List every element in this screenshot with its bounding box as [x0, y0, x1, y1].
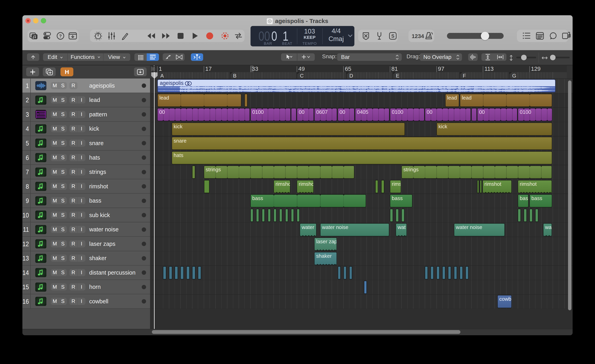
svg-text:S: S: [391, 33, 394, 39]
svg-text:?: ?: [59, 34, 62, 38]
